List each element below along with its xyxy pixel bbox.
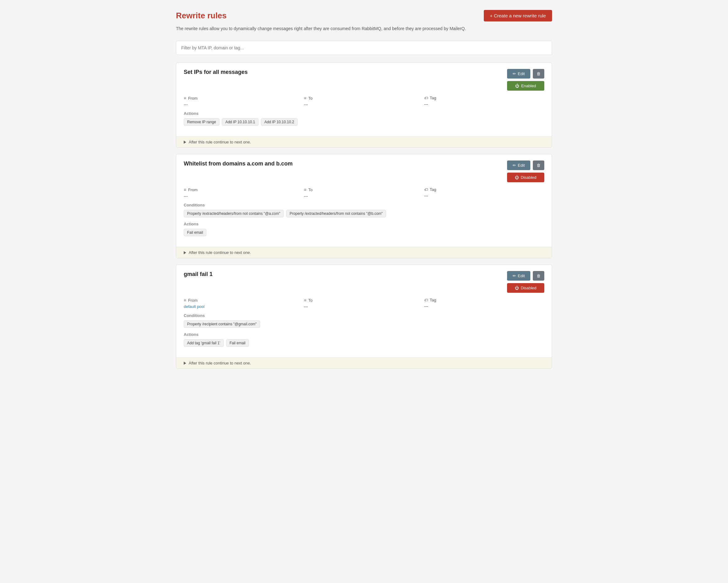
tag-col-1: Tag --- — [424, 187, 544, 198]
from-col-0: From --- — [184, 96, 304, 107]
tag-value-1: --- — [424, 194, 428, 198]
edit-delete-row-2: ✏ Edit 🗑 — [507, 271, 544, 281]
edit-button-1[interactable]: ✏ Edit — [507, 160, 530, 170]
trash-icon: 🗑 — [537, 274, 541, 278]
status-label-2: Disabled — [521, 286, 537, 290]
conditions-label-2: Conditions — [184, 313, 544, 318]
rule-top-actions-2: ✏ Edit 🗑 ⏻ Disabled — [507, 271, 544, 293]
rule-card-2: gmail fail 1 ✏ Edit 🗑 ⏻ Disabled — [176, 264, 552, 369]
delete-button-0[interactable]: 🗑 — [533, 69, 544, 79]
to-value-2: --- — [304, 304, 308, 309]
pencil-icon: ✏ — [513, 163, 516, 168]
rule-top-actions-0: ✏ Edit 🗑 ⏻ Enabled — [507, 69, 544, 91]
condition-badge: Property /extracted/headers/from not con… — [184, 210, 284, 217]
tag-value-2: --- — [424, 304, 428, 309]
lines-icon-to-1 — [304, 187, 306, 192]
filter-bar — [176, 41, 552, 55]
conditions-row-2: Property /recipient contains "@gmail.com… — [184, 320, 544, 328]
pencil-icon: ✏ — [513, 274, 516, 278]
to-col-1: To --- — [304, 187, 424, 198]
power-icon-1: ⏻ — [515, 175, 519, 180]
footer-text-0: After this rule continue to next one. — [189, 140, 251, 144]
to-label-1: To — [304, 187, 424, 192]
power-icon-2: ⏻ — [515, 286, 519, 290]
create-rule-button[interactable]: + Create a new rewrite rule — [484, 10, 552, 21]
edit-button-0[interactable]: ✏ Edit — [507, 69, 530, 79]
action-badge: Fail email — [226, 339, 249, 347]
from-value-1: --- — [184, 194, 188, 198]
to-value-1: --- — [304, 194, 308, 198]
power-icon-0: ⏻ — [515, 83, 519, 88]
rule-header-0: Set IPs for all messages ✏ Edit 🗑 ⏻ Ena — [184, 69, 544, 91]
action-badge: Add IP 10.10.10.2 — [261, 118, 297, 126]
from-col-1: From --- — [184, 187, 304, 198]
condition-badge: Property /extracted/headers/from not con… — [286, 210, 386, 217]
from-label-2: From — [184, 298, 304, 303]
lines-icon-from-1 — [184, 187, 186, 192]
rule-title-0: Set IPs for all messages — [184, 69, 248, 75]
rule-footer-2: After this rule continue to next one. — [176, 357, 552, 369]
rule-footer-1: After this rule continue to next one. — [176, 247, 552, 258]
conditions-row-1: Property /extracted/headers/from not con… — [184, 210, 544, 217]
to-label-2: To — [304, 298, 424, 303]
rule-meta-0: From --- To --- Tag --- — [184, 96, 544, 107]
delete-button-1[interactable]: 🗑 — [533, 160, 544, 170]
from-value-2[interactable]: default pool — [184, 304, 205, 309]
footer-text-1: After this rule continue to next one. — [189, 250, 251, 255]
rule-meta-2: From default pool To --- Tag — [184, 298, 544, 309]
actions-label-1: Actions — [184, 222, 544, 226]
edit-delete-row-1: ✏ Edit 🗑 — [507, 160, 544, 170]
trash-icon: 🗑 — [537, 163, 541, 168]
status-button-2[interactable]: ⏻ Disabled — [507, 283, 544, 293]
pencil-icon: ✏ — [513, 71, 516, 76]
actions-row-0: Remove IP rangeAdd IP 10.10.10.1Add IP 1… — [184, 118, 544, 126]
to-col-0: To --- — [304, 96, 424, 107]
actions-row-2: Add tag 'gmail fail 1'Fail email — [184, 339, 544, 347]
action-badge: Fail email — [184, 229, 206, 236]
from-label-1: From — [184, 187, 304, 192]
edit-button-2[interactable]: ✏ Edit — [507, 271, 530, 281]
to-col-2: To --- — [304, 298, 424, 309]
from-label-0: From — [184, 96, 304, 101]
from-value-0: --- — [184, 102, 188, 107]
rule-meta-1: From --- To --- Tag --- — [184, 187, 544, 198]
rule-card-1: Whitelist from domains a.com and b.com ✏… — [176, 154, 552, 258]
trash-icon: 🗑 — [537, 71, 541, 76]
rule-card-body-2: gmail fail 1 ✏ Edit 🗑 ⏻ Disabled — [176, 265, 552, 357]
actions-label-0: Actions — [184, 111, 544, 116]
tag-icon-0 — [424, 96, 428, 100]
actions-label-2: Actions — [184, 332, 544, 337]
page-header: Rewrite rules + Create a new rewrite rul… — [176, 10, 552, 21]
rule-header-1: Whitelist from domains a.com and b.com ✏… — [184, 160, 544, 182]
lines-icon-from-0 — [184, 96, 186, 101]
conditions-label-1: Conditions — [184, 203, 544, 207]
action-badge: Add tag 'gmail fail 1' — [184, 339, 224, 347]
rule-card-body-1: Whitelist from domains a.com and b.com ✏… — [176, 154, 552, 247]
status-button-1[interactable]: ⏻ Disabled — [507, 173, 544, 182]
triangle-icon-1 — [184, 251, 186, 254]
lines-icon-to-2 — [304, 298, 306, 303]
footer-text-2: After this rule continue to next one. — [189, 361, 251, 365]
status-button-0[interactable]: ⏻ Enabled — [507, 81, 544, 91]
triangle-icon-0 — [184, 141, 186, 144]
rules-list: Set IPs for all messages ✏ Edit 🗑 ⏻ Ena — [176, 62, 552, 369]
rule-title-1: Whitelist from domains a.com and b.com — [184, 160, 293, 167]
filter-input[interactable] — [176, 41, 552, 55]
triangle-icon-2 — [184, 362, 186, 365]
edit-label: Edit — [518, 71, 525, 76]
actions-row-1: Fail email — [184, 229, 544, 236]
page-description: The rewrite rules allow you to dynamical… — [176, 25, 552, 32]
status-label-1: Disabled — [521, 175, 537, 180]
lines-icon-from-2 — [184, 298, 186, 303]
rule-top-actions-1: ✏ Edit 🗑 ⏻ Disabled — [507, 160, 544, 182]
to-label-0: To — [304, 96, 424, 101]
edit-label: Edit — [518, 163, 525, 168]
tag-label-1: Tag — [424, 187, 544, 192]
rule-footer-0: After this rule continue to next one. — [176, 136, 552, 148]
lines-icon-to-0 — [304, 96, 306, 101]
to-value-0: --- — [304, 102, 308, 107]
delete-button-2[interactable]: 🗑 — [533, 271, 544, 281]
edit-label: Edit — [518, 274, 525, 278]
tag-icon-1 — [424, 187, 428, 192]
tag-icon-2 — [424, 298, 428, 302]
